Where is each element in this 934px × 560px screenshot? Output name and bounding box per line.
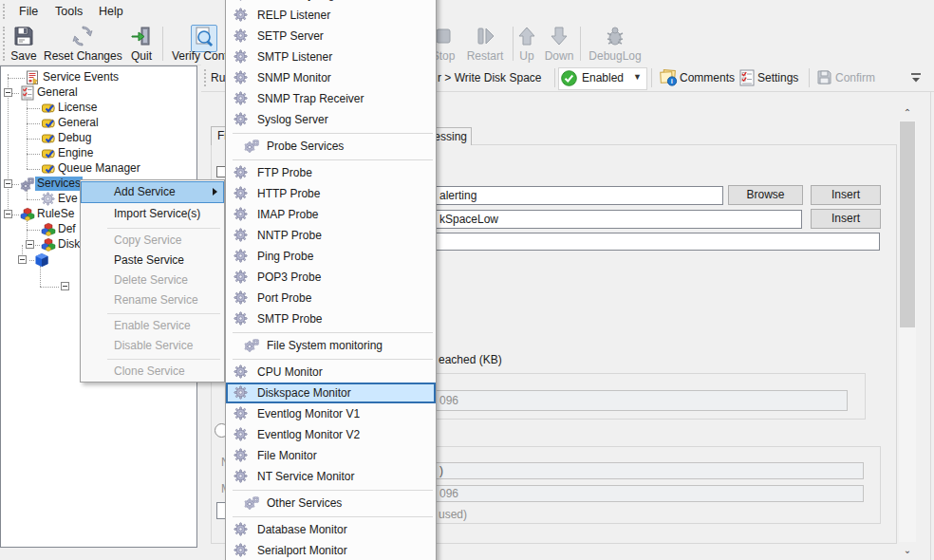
submenu-item-ftp-probe[interactable]: FTP Probe [226, 162, 436, 183]
toolbar-overflow-button[interactable] [909, 71, 923, 87]
filename-input-value: alerting [439, 189, 476, 202]
menu-file[interactable]: File [13, 3, 44, 20]
submenu-item-snmp-monitor[interactable]: SNMP Monitor [226, 67, 436, 88]
submenu-item-label: Probe Services [267, 136, 344, 157]
option-input-2[interactable]: 096 [422, 485, 864, 502]
browse-button[interactable]: Browse [728, 185, 803, 205]
submenu-item-ping-probe[interactable]: Ping Probe [226, 246, 436, 267]
vertical-scrollbar[interactable]: ⌃ ⌄ [899, 104, 916, 558]
tree-item-def[interactable]: Def [58, 222, 76, 236]
restart-button: Restart [461, 24, 509, 64]
submenu-item-eventlog-monitor-v1[interactable]: Eventlog Monitor V1 [226, 403, 436, 424]
submenu-item-smtp-listener[interactable]: SMTP Listener [226, 47, 436, 67]
submenu-item-cpu-monitor[interactable]: CPU Monitor [226, 362, 436, 383]
submenu-item-nt-service-monitor[interactable]: NT Service Monitor [226, 466, 436, 487]
tree-item-service-events[interactable]: Service Events [43, 70, 119, 84]
submenu-item-file-monitor[interactable]: File Monitor [226, 445, 436, 466]
threshold-input[interactable]: 096 [422, 390, 848, 411]
tree-item-services[interactable]: Services [35, 177, 83, 191]
confirm-icon [816, 69, 832, 88]
submenu-item-serialport-monitor[interactable]: Serialport Monitor [226, 540, 436, 560]
tree-item-disk[interactable]: Disk [58, 237, 80, 252]
comments-button[interactable]: Comments [680, 71, 735, 84]
tree-expander-services[interactable] [4, 179, 12, 188]
tree-item-license[interactable]: License [58, 101, 97, 115]
toolbar2-grip[interactable] [204, 69, 209, 86]
quit-button[interactable]: Quit [123, 24, 159, 64]
submenu-item-smtp-probe[interactable]: SMTP Probe [226, 308, 436, 329]
kb-threshold-label: eached (KB) [439, 353, 502, 366]
submenu-item-label: SMTP Probe [257, 308, 322, 329]
option-input-1[interactable]: ) [422, 462, 864, 479]
down-button: Down [541, 24, 577, 64]
tree-connector [27, 154, 40, 156]
submenu-item-file-system-monitoring[interactable]: File System monitoring [226, 335, 436, 356]
submenu-item-pop3-probe[interactable]: POP3 Probe [226, 267, 436, 288]
gears-icon [20, 177, 35, 192]
submenu-item-label: Diskspace Monitor [257, 383, 351, 403]
settings-icon[interactable] [739, 69, 755, 89]
svg-text:i: i [671, 77, 673, 85]
toolbar2-separator [651, 68, 652, 87]
roll-icon [41, 101, 56, 116]
scroll-down-button[interactable]: ⌄ [899, 542, 916, 558]
tree-item-general[interactable]: General [37, 85, 78, 100]
submenu-item-label: File Monitor [257, 445, 317, 466]
submenu-item-diskspace-monitor[interactable]: Diskspace Monitor [226, 383, 436, 403]
submenu-item-other-services[interactable]: Other Services [226, 493, 436, 513]
submenu-item-label: SMTP Listener [257, 47, 332, 67]
tree-expander-general[interactable] [4, 88, 12, 97]
tree-item-eve[interactable]: Eve [58, 192, 78, 206]
label-used-fragment: used) [439, 508, 467, 521]
context-menu-item-paste-service[interactable]: Paste Service [81, 251, 224, 271]
menubar-grip[interactable] [3, 4, 8, 19]
context-menu-item-add-service[interactable]: Add Service [81, 181, 224, 203]
quit-label: Quit [123, 49, 159, 63]
tree-connector [27, 169, 40, 171]
submenu-item-probe-services[interactable]: Probe Services [226, 136, 436, 157]
insert-button-2[interactable]: Insert [811, 209, 881, 229]
comments-icon[interactable]: i [659, 69, 678, 89]
submenu-item-port-probe[interactable]: Port Probe [226, 288, 436, 308]
submenu-item-nntp-probe[interactable]: NNTP Probe [226, 225, 436, 246]
insert-button-1[interactable]: Insert [811, 185, 881, 205]
up-button: Up [514, 24, 540, 64]
tree-expander-disk[interactable] [26, 240, 34, 249]
reset-changes-button[interactable]: Reset Changes [44, 24, 121, 64]
tree-item-queue-manager[interactable]: Queue Manager [58, 161, 140, 176]
scrollbar-thumb[interactable] [900, 121, 915, 327]
tree-item-engine[interactable]: Engine [58, 146, 93, 160]
chevron-down-icon[interactable]: ▼ [633, 72, 642, 82]
tree-expander-node-12[interactable] [18, 255, 27, 264]
tree-expander-node-13[interactable] [61, 282, 69, 290]
context-menu-item-enable-service: Enable Service [81, 316, 224, 336]
enabled-state-dropdown[interactable]: Enabled ▼ [558, 67, 647, 90]
save-button[interactable]: Save [6, 24, 42, 64]
add-service-submenu: Passive Syslog ListenerRELP ListenerSETP… [225, 0, 437, 560]
submenu-item-relp-listener[interactable]: RELP Listener [226, 5, 436, 26]
submenu-arrow-icon [213, 188, 217, 196]
submenu-item-setp-server[interactable]: SETP Server [226, 26, 436, 47]
menu-tools[interactable]: Tools [49, 3, 88, 20]
submenu-item-imap-probe[interactable]: IMAP Probe [226, 204, 436, 225]
tree-expander-rulese[interactable] [4, 210, 12, 218]
submenu-item-snmp-trap-receiver[interactable]: SNMP Trap Receiver [226, 88, 436, 109]
submenu-item-database-monitor[interactable]: Database Monitor [226, 519, 436, 540]
context-menu-item-delete-service: Delete Service [81, 271, 224, 290]
tab-processing-label: essing [434, 130, 467, 143]
tree-connector [27, 108, 40, 110]
context-menu-item-import-service-s-[interactable]: Import Service(s) [81, 203, 224, 225]
option-input-1-value: ) [439, 464, 443, 477]
roll-icon [41, 131, 56, 146]
panel-right-border [930, 91, 931, 560]
settings-button[interactable]: Settings [757, 71, 798, 84]
menu-help[interactable]: Help [93, 3, 129, 20]
scroll-up-button[interactable]: ⌃ [899, 104, 916, 121]
submenu-item-eventlog-monitor-v2[interactable]: Eventlog Monitor V2 [226, 424, 436, 445]
tree-item-debug[interactable]: Debug [58, 131, 91, 145]
submenu-item-syslog-server[interactable]: Syslog Server [226, 109, 436, 130]
submenu-item-http-probe[interactable]: HTTP Probe [226, 183, 436, 204]
tree-item-general[interactable]: General [58, 116, 99, 130]
tree-item-rulese[interactable]: RuleSe [37, 207, 74, 221]
menu-bar: FileToolsHelp [0, 0, 934, 23]
